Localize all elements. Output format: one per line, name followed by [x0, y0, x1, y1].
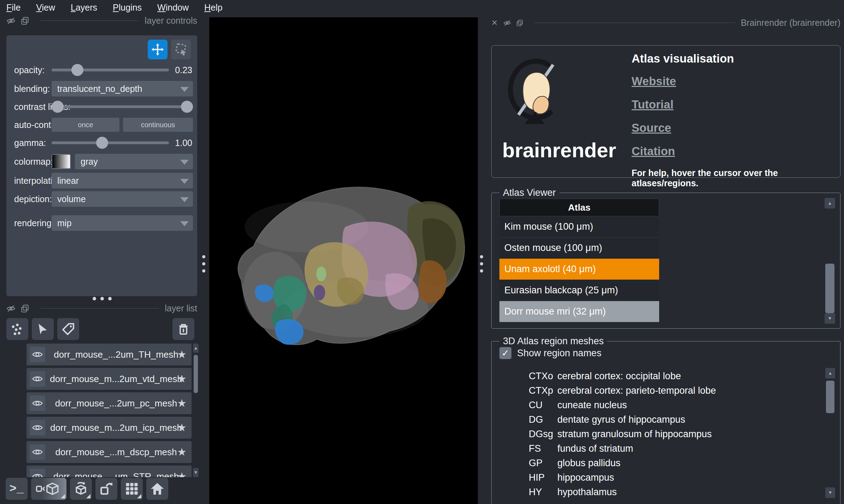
atlas-row[interactable]: Osten mouse (100 μm) — [499, 238, 659, 259]
star-icon[interactable] — [177, 397, 187, 409]
depiction-dropdown[interactable]: volume — [52, 191, 193, 207]
star-icon[interactable] — [177, 422, 187, 434]
layer-visibility-button[interactable] — [30, 420, 45, 435]
layer-visibility-button[interactable] — [30, 444, 45, 460]
transpose-dimensions-button[interactable] — [95, 478, 117, 500]
float-panel-icon[interactable] — [20, 16, 30, 25]
auto-contrast-continuous-button[interactable]: continuous — [123, 118, 193, 132]
viewer-canvas[interactable] — [209, 17, 478, 504]
atlas-row[interactable]: Kim mouse (100 μm) — [499, 216, 659, 238]
layer-row[interactable]: dorr_mouse_...2um_pc_mesh — [27, 392, 192, 414]
layer-name: dorr_mouse_...um_STR_mesh — [27, 471, 192, 477]
region-scrollbar[interactable] — [825, 368, 835, 498]
about-link[interactable]: Source — [632, 121, 671, 135]
scrollbar-thumb[interactable] — [194, 355, 198, 393]
about-link[interactable]: Website — [632, 75, 676, 88]
menu-item[interactable]: Help — [204, 2, 222, 13]
dock-title: layer list — [165, 303, 197, 313]
auto-contrast-once-button[interactable]: once — [52, 118, 119, 132]
left-splitter-handle[interactable] — [202, 255, 205, 272]
titlebar-divider — [40, 20, 139, 21]
region-row[interactable]: CTXo cerebral cortex: occipital lobe — [529, 369, 811, 383]
star-icon[interactable] — [177, 446, 187, 458]
delete-layer-button[interactable] — [172, 318, 194, 340]
scrollbar-thumb[interactable] — [825, 264, 834, 313]
region-row[interactable]: DGsg stratum granulosum of hippocampus — [529, 427, 811, 441]
blending-dropdown[interactable]: translucent_no_depth — [52, 81, 193, 96]
roll-dimensions-button[interactable] — [70, 478, 92, 500]
opacity-slider[interactable] — [52, 64, 169, 76]
layer-visibility-button[interactable] — [30, 371, 45, 387]
float-panel-icon[interactable] — [20, 304, 30, 313]
layer-visibility-button[interactable] — [30, 347, 45, 362]
layer-row[interactable]: dorr_mouse_...m_dscp_mesh — [27, 441, 192, 463]
layer-name: dorr_mouse_...m_dscp_mesh — [27, 447, 192, 458]
right-splitter-handle[interactable] — [480, 255, 483, 272]
scroll-up-button[interactable] — [825, 368, 835, 379]
layer-row[interactable]: dorr_mouse_m...2um_icp_mesh — [27, 417, 192, 439]
transform-button[interactable] — [171, 40, 191, 59]
about-link[interactable]: Citation — [632, 145, 675, 158]
star-icon[interactable] — [177, 373, 187, 385]
layer-row[interactable]: dorr_mouse_m...2um_vtd_mesh — [27, 368, 192, 390]
region-row[interactable]: HIP hippocampus — [529, 470, 811, 485]
dock-title: Brainrender (brainrender) — [741, 18, 840, 28]
home-reset-view-button[interactable] — [146, 478, 168, 500]
scroll-up-button[interactable] — [193, 344, 199, 353]
about-link[interactable]: Tutorial — [632, 98, 674, 111]
new-points-layer-button[interactable] — [6, 318, 28, 340]
hidden-eye-icon[interactable] — [6, 16, 16, 25]
new-labels-layer-button[interactable] — [57, 318, 79, 340]
region-row[interactable]: HY hypothalamus — [529, 485, 811, 499]
console-button[interactable]: >_ — [6, 478, 28, 500]
layer-row[interactable]: dorr_mouse_...um_STR_mesh — [27, 465, 192, 477]
hidden-eye-icon[interactable] — [6, 304, 16, 313]
layer-name: dorr_mouse_m...2um_icp_mesh — [27, 422, 192, 433]
about-links: WebsiteTutorialSourceCitation — [632, 75, 835, 158]
scroll-down-button[interactable] — [825, 487, 835, 498]
dock-splitter-handle[interactable] — [93, 297, 112, 300]
colormap-dropdown[interactable]: gray — [75, 154, 193, 169]
brain-3d-render — [232, 174, 467, 351]
grid-view-button[interactable] — [121, 478, 143, 500]
region-row[interactable]: FS fundus of striatum — [529, 441, 811, 456]
region-row[interactable]: CU cuneate nucleus — [529, 398, 811, 412]
region-row[interactable]: CTXp cerebral cortex: parieto-temporal l… — [529, 383, 811, 398]
toggle-2d-3d-button[interactable] — [31, 478, 66, 500]
atlas-row[interactable]: Unam axolotl (40 μm) — [499, 259, 659, 280]
region-row[interactable]: DG dentate gyrus of hippocampus — [529, 412, 811, 427]
layer-visibility-button[interactable] — [30, 469, 45, 477]
contrast-limits-slider[interactable] — [52, 100, 193, 113]
interpolation-dropdown[interactable]: linear — [52, 173, 193, 188]
pan-zoom-button[interactable] — [148, 40, 168, 59]
contrast-limits-row: contrast limits: — [6, 100, 197, 114]
scroll-up-button[interactable] — [825, 198, 835, 209]
transform-icon — [174, 43, 188, 56]
napari-window: FileViewLayersPluginsWindowHelp layer co… — [0, 0, 844, 504]
close-icon[interactable] — [491, 19, 499, 27]
atlas-scrollbar[interactable] — [825, 198, 835, 324]
layer-row[interactable]: dorr_mouse_...2um_TH_mesh — [27, 344, 192, 365]
float-panel-icon[interactable] — [516, 19, 524, 27]
atlas-row[interactable]: Eurasian blackcap (25 μm) — [499, 280, 659, 301]
region-acronym: GP — [529, 458, 557, 469]
scroll-down-button[interactable] — [825, 313, 835, 324]
scrollbar-thumb[interactable] — [826, 381, 834, 413]
scroll-down-button[interactable] — [193, 468, 199, 477]
hidden-eye-icon[interactable] — [503, 19, 511, 27]
region-acronym: HY — [529, 487, 557, 498]
layer-list-scrollbar[interactable] — [193, 344, 199, 477]
chevron-down-icon — [180, 197, 189, 202]
gamma-slider[interactable] — [52, 136, 169, 149]
rendering-dropdown[interactable]: mip — [52, 215, 193, 231]
eye-icon — [32, 446, 43, 458]
star-icon[interactable] — [177, 348, 187, 361]
star-icon[interactable] — [177, 470, 187, 477]
layer-visibility-button[interactable] — [30, 395, 45, 411]
region-row[interactable]: GP globus pallidus — [529, 456, 811, 470]
atlas-row[interactable]: Dorr mouse mri (32 μm) — [499, 301, 659, 322]
show-region-names-checkbox[interactable] — [499, 347, 511, 359]
layer-controls-panel: opacity: 0.23 blending: translucent_no_d… — [6, 35, 197, 296]
new-shapes-layer-button[interactable] — [32, 318, 54, 340]
region-name: hippocampus — [557, 472, 811, 483]
